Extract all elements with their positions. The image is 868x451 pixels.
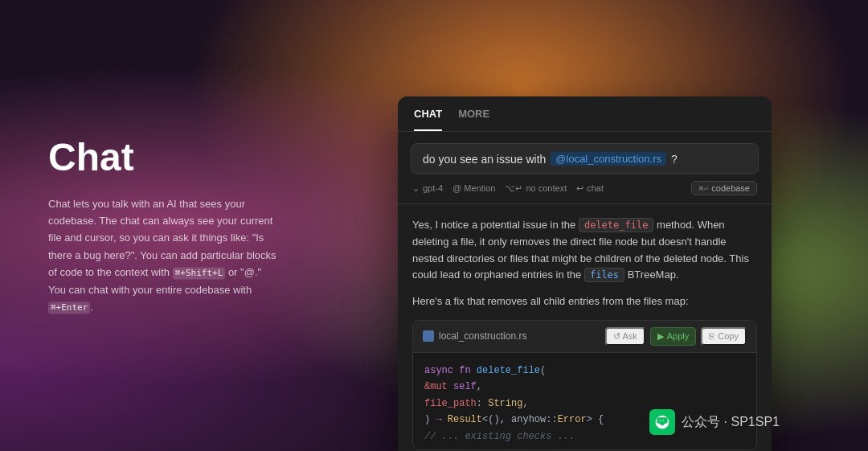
input-text-after: ? (671, 153, 678, 166)
response-text-1: Yes, I notice a potential issue in the (412, 219, 579, 231)
codebase-shortcut: ⌘⏎ (698, 184, 708, 193)
input-text-before: do you see an issue with (423, 153, 546, 166)
mention-label: @ Mention (452, 183, 495, 193)
watermark: 公众号 · SP1SP1 (649, 409, 780, 435)
mention-tag[interactable]: @local_construction.rs (551, 152, 666, 166)
code-filename: local_construction.rs (423, 329, 526, 344)
chat-panel: CHAT MORE do you see an issue with @loca… (398, 96, 772, 451)
ask-button[interactable]: ↺ Ask (605, 327, 645, 346)
apply-label: Apply (667, 331, 690, 341)
left-panel: Chat Chat lets you talk with an AI that … (48, 135, 281, 316)
context-shortcut: ⌥↵ (505, 183, 522, 194)
code-line-1: async fn delete_file( (424, 363, 745, 379)
code-line-6 (424, 445, 745, 449)
page-description: Chat lets you talk with an AI that sees … (48, 195, 281, 316)
watermark-text: 公众号 · SP1SP1 (682, 414, 780, 431)
response-paragraph-1: Yes, I notice a potential issue in the d… (412, 217, 757, 284)
chat-label: chat (587, 183, 604, 193)
copy-label: Copy (718, 331, 739, 341)
copy-button[interactable]: ⎘ Copy (701, 327, 747, 346)
chevron-down-icon: ⌄ (412, 183, 420, 194)
tab-chat[interactable]: CHAT (414, 108, 442, 131)
model-selector[interactable]: ⌄ gpt-4 (412, 183, 443, 194)
code-line-2: &mut self, (424, 379, 745, 395)
page-title: Chat (48, 135, 281, 179)
model-label: gpt-4 (423, 183, 443, 193)
filename-label: local_construction.rs (439, 329, 526, 344)
codebase-button[interactable]: ⌘⏎ codebase (691, 181, 757, 195)
tab-bar: CHAT MORE (398, 96, 772, 132)
chat-label-item: ↩ chat (576, 183, 604, 194)
response-paragraph-2: Here's a fix that removes all child entr… (412, 293, 757, 310)
code-block-header: local_construction.rs ↺ Ask ▶ Apply ⎘ Co… (413, 321, 756, 353)
wechat-icon (649, 409, 675, 435)
delete-file-code: delete_file (579, 218, 653, 232)
response-text-3: BTreeMap. (628, 269, 679, 281)
codebase-label: codebase (711, 183, 750, 193)
copy-icon: ⎘ (709, 331, 714, 341)
input-toolbar: ⌄ gpt-4 @ Mention ⌥↵ no context ↩ chat ⌘… (411, 181, 759, 195)
apply-button[interactable]: ▶ Apply (650, 327, 697, 346)
message-input-box[interactable]: do you see an issue with @local_construc… (411, 143, 759, 174)
files-code: files (584, 268, 624, 282)
code-block-actions: ↺ Ask ▶ Apply ⎘ Copy (605, 327, 747, 346)
input-area: do you see an issue with @local_construc… (398, 132, 772, 204)
reply-icon: ↩ (576, 183, 583, 194)
file-icon (423, 330, 434, 342)
mention-button[interactable]: @ Mention (452, 183, 495, 193)
apply-icon: ▶ (657, 331, 664, 342)
tab-more[interactable]: MORE (458, 108, 489, 131)
context-label: no context (526, 183, 567, 193)
context-selector[interactable]: ⌥↵ no context (505, 183, 567, 194)
